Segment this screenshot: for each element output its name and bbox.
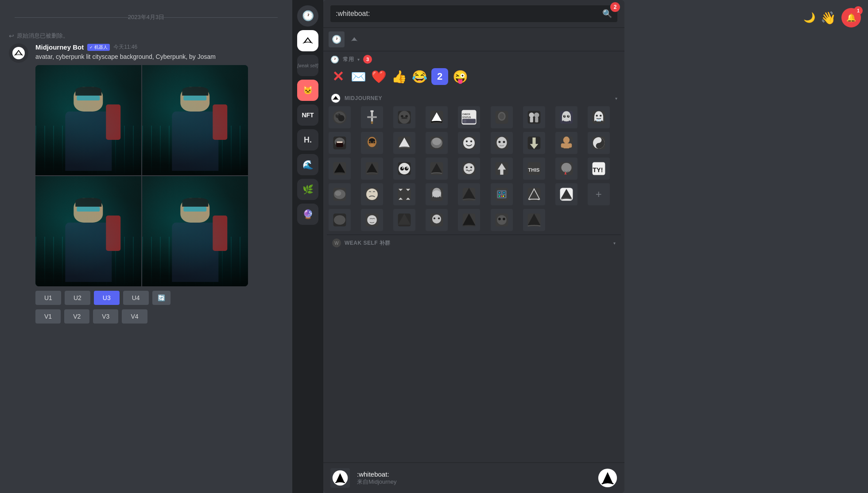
- emoji-sail[interactable]: [426, 106, 448, 128]
- svg-point-59: [470, 140, 472, 142]
- svg-point-78: [400, 167, 404, 171]
- image-3[interactable]: [35, 176, 141, 286]
- emoji-sail-outline[interactable]: [523, 183, 545, 205]
- u1-button[interactable]: U1: [35, 291, 61, 305]
- emoji-dark-orb[interactable]: [329, 106, 351, 128]
- image-2[interactable]: [142, 65, 248, 175]
- refresh-button[interactable]: 🔄: [152, 291, 170, 305]
- weak-self-icon: W: [332, 239, 341, 247]
- emoji-r5-1[interactable]: [329, 209, 351, 231]
- emoji-blur-blob[interactable]: [329, 183, 351, 205]
- emoji-expand[interactable]: [393, 183, 415, 205]
- svg-point-72: [597, 139, 600, 142]
- emoji-pale-ghost[interactable]: [426, 183, 448, 205]
- emoji-snake-tongue[interactable]: [555, 158, 577, 180]
- emoji-thumbsup[interactable]: 👍: [390, 67, 408, 86]
- emoji-heart[interactable]: ❤️: [369, 67, 388, 86]
- add-emoji-button[interactable]: +: [588, 183, 610, 205]
- u4-button[interactable]: U4: [123, 291, 149, 305]
- emoji-sail-4[interactable]: [361, 158, 383, 180]
- server-icon-midjourney[interactable]: [297, 30, 318, 51]
- emoji-sword[interactable]: [361, 106, 383, 128]
- image-grid[interactable]: [35, 65, 248, 286]
- emoji-portrait-face[interactable]: [361, 132, 383, 154]
- emoji-this-label[interactable]: THIS: [523, 158, 545, 180]
- recent-servers-icon[interactable]: 🕐: [297, 5, 318, 27]
- emoji-blur-face[interactable]: [491, 106, 513, 128]
- server-icon-2[interactable]: [weak self]: [297, 55, 318, 76]
- v4-button[interactable]: V4: [122, 309, 147, 324]
- svg-point-38: [596, 115, 597, 116]
- v3-button[interactable]: V3: [93, 309, 118, 324]
- svg-point-79: [405, 167, 409, 171]
- cat-midjourney[interactable]: [346, 31, 362, 47]
- notification-3: 3: [363, 55, 372, 64]
- u3-button[interactable]: U3: [94, 291, 120, 305]
- emoji-tongue[interactable]: 😜: [451, 67, 469, 86]
- emoji-misty[interactable]: [426, 132, 448, 154]
- image-4[interactable]: [142, 176, 248, 286]
- svg-point-57: [463, 137, 475, 149]
- v2-button[interactable]: V2: [64, 309, 89, 324]
- emoji-muscleman[interactable]: [555, 132, 577, 154]
- emoji-sad-face[interactable]: [361, 183, 383, 205]
- server-icon-5[interactable]: H.: [297, 129, 318, 150]
- server-icon-6[interactable]: 🌊: [297, 154, 318, 175]
- svg-point-23: [499, 113, 504, 119]
- u2-button[interactable]: U2: [65, 291, 90, 305]
- emoji-r5-6[interactable]: [491, 209, 513, 231]
- emoji-sail-big[interactable]: [458, 183, 480, 205]
- emoji-open-mouth[interactable]: [329, 132, 351, 154]
- server-icon-8[interactable]: 🔮: [297, 204, 318, 225]
- emoji-categories: 🕐: [323, 28, 624, 51]
- search-text: :whiteboat:: [336, 10, 599, 18]
- weak-self-expand[interactable]: ▾: [613, 241, 616, 246]
- message-timestamp: 今天11:46: [113, 43, 137, 51]
- server-icon-3[interactable]: 🐱: [297, 80, 318, 101]
- search-icon[interactable]: 🔍: [602, 9, 612, 19]
- dropdown-arrow[interactable]: ▾: [357, 57, 360, 62]
- emoji-face-pale[interactable]: [491, 132, 513, 154]
- message-content: Midjourney Bot ✓ 机器人 今天11:46 avatar, cyb…: [35, 43, 283, 324]
- emoji-sail-rounded[interactable]: [555, 183, 577, 205]
- emoji-r5-2[interactable]: [361, 209, 383, 231]
- moon-icon[interactable]: 🌙: [803, 12, 815, 23]
- emoji-preview-bar: :whiteboat: 来自Midjourney: [323, 462, 624, 493]
- expand-arrow[interactable]: ▾: [615, 96, 617, 101]
- emoji-ghost-eye[interactable]: [555, 106, 577, 128]
- emoji-ty[interactable]: TY!: [588, 158, 610, 180]
- emoji-r5-5[interactable]: [458, 209, 480, 231]
- emoji-wiggly-smile[interactable]: [458, 158, 480, 180]
- emoji-creature[interactable]: [393, 106, 415, 128]
- emoji-skeleton-duo[interactable]: [523, 106, 545, 128]
- svg-point-28: [534, 112, 539, 118]
- emoji-x[interactable]: ✕: [329, 67, 347, 86]
- emoji-mail[interactable]: ✉️: [349, 67, 368, 86]
- emoji-crying-ghost[interactable]: [588, 106, 610, 128]
- emoji-laugh[interactable]: 😂: [410, 67, 429, 86]
- emoji-r5-3[interactable]: [393, 209, 415, 231]
- emoji-num2[interactable]: +2: [430, 67, 449, 86]
- v1-button[interactable]: V1: [35, 309, 61, 324]
- emoji-sail-5[interactable]: [426, 158, 448, 180]
- notification-button[interactable]: 🔔 1: [841, 8, 861, 27]
- svg-rect-120: [500, 196, 502, 197]
- server-icon-7[interactable]: 🌿: [297, 179, 318, 200]
- emoji-arrow-up[interactable]: [491, 158, 513, 180]
- image-1[interactable]: [35, 65, 141, 175]
- emoji-search-inner[interactable]: :whiteboat: 🔍: [330, 5, 617, 22]
- emoji-hand-point[interactable]: [523, 132, 545, 154]
- emoji-sail-3[interactable]: [329, 158, 351, 180]
- emoji-smiley[interactable]: [458, 132, 480, 154]
- emoji-eyes-wide[interactable]: [393, 158, 415, 180]
- emoji-sail-2[interactable]: [393, 132, 415, 154]
- emoji-r5-7[interactable]: [523, 209, 545, 231]
- emoji-check-status[interactable]: CHECK STATUS: [458, 106, 480, 128]
- emoji-robot-face[interactable]: [491, 183, 513, 205]
- emoji-r5-4[interactable]: [426, 209, 448, 231]
- emoji-yin-yang[interactable]: [588, 132, 610, 154]
- emoji-grid-row5: [327, 209, 621, 235]
- server-icon-4[interactable]: NFT: [297, 104, 318, 126]
- cat-recent[interactable]: 🕐: [329, 31, 345, 47]
- preview-source: 来自Midjourney: [357, 478, 591, 486]
